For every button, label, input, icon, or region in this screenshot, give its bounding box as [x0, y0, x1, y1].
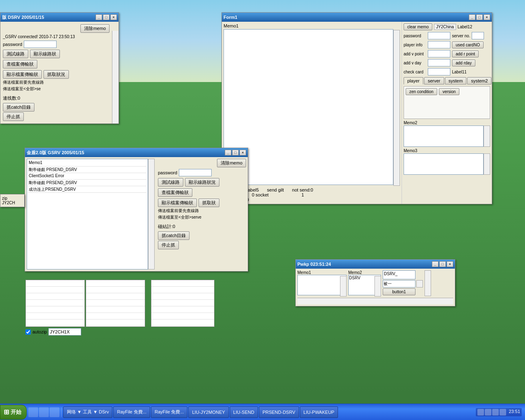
win2-version-btn[interactable]: version — [439, 88, 459, 95]
win1-catch-log-btn[interactable]: 抓catch目錄 — [3, 103, 34, 112]
win2-memo1[interactable] — [224, 29, 393, 185]
win2-close[interactable]: × — [484, 14, 490, 20]
win4-bottom-scrollbar[interactable] — [297, 298, 453, 304]
list-item — [86, 293, 145, 300]
win2-add-v-day-input[interactable] — [428, 59, 450, 66]
win2-used-cardno-btn[interactable]: used cardNO — [452, 41, 484, 48]
win2-memo2[interactable] — [404, 126, 484, 147]
win3-log-scrollbar[interactable] — [148, 159, 155, 269]
win2-player-tab[interactable]: player — [404, 77, 423, 84]
win2-system-tab[interactable]: system — [445, 77, 467, 84]
win3-clear-memo-btn[interactable]: 清除memo — [217, 159, 246, 167]
win2-check-card-input[interactable] — [428, 68, 450, 75]
win4-restore[interactable]: □ — [439, 261, 446, 267]
autozip-value[interactable] — [48, 328, 81, 336]
win2-label11: Label11 — [452, 70, 467, 74]
win3-catch-log-btn[interactable]: 抓catch目錄 — [158, 231, 189, 240]
win1-check-file-btn[interactable]: 查檔案傳輸狀 — [3, 60, 37, 68]
win4-titlebar[interactable]: Pwkp 023:51:24 _ □ × — [296, 260, 455, 269]
win3-show-transfer-btn[interactable]: 顯示檔案傳輸狀 — [158, 199, 197, 207]
win4-subtitle-text: 被一 — [383, 281, 392, 286]
win3-maximize[interactable]: □ — [232, 150, 239, 155]
win3-show-line-btn[interactable]: 顯示線路狀況 — [185, 178, 219, 187]
win3-password-input[interactable] — [179, 169, 212, 176]
win2-add-rday-btn[interactable]: add rday — [452, 59, 475, 66]
win2-add-v-day-label: add v day — [404, 61, 426, 65]
win1-clear-memo-btn[interactable]: 清除memo — [80, 24, 110, 33]
taskbar-item-2[interactable]: RayFile 免費... — [151, 406, 188, 418]
win2-clear-memo-btn[interactable]: clear memo — [404, 23, 432, 30]
win4-content: Memo1 Memo2 DSRV DSRV_ 被一 — [296, 269, 455, 298]
win1-password-input[interactable] — [24, 41, 57, 48]
win2-add-v-point-input[interactable] — [428, 50, 450, 57]
win2-title: Form1 — [224, 15, 469, 20]
list-item — [151, 313, 214, 320]
list-item — [26, 300, 84, 306]
win2-add-r-point-btn[interactable]: add r point — [452, 50, 479, 57]
win1-show-transfer-btn[interactable]: 顯示檔案傳輸狀 — [3, 70, 42, 79]
taskbar-item-5[interactable]: PRSEND-DSRV — [259, 406, 299, 418]
taskbar-item-4[interactable]: LIU-SEND — [230, 406, 258, 418]
win1-close[interactable]: × — [110, 14, 117, 20]
win3-get-status-btn[interactable]: 抓取狀 — [199, 199, 219, 207]
win2-row5: add v day add rday — [404, 59, 490, 66]
start-button[interactable]: ⊞ 开始 — [0, 405, 27, 420]
desktop: 版 DSRV 2005/01/15 _ □ × 清除memo _GSRV con… — [0, 0, 525, 394]
win2-memo1-scrollbar[interactable] — [393, 30, 400, 186]
list-panel-2 — [86, 280, 145, 327]
win2-row1: clear memo JY2China Label12 — [404, 23, 490, 30]
win4-button1[interactable]: button1 — [383, 288, 415, 295]
taskbar-item-0[interactable]: 网络 ▼ 工具 ▼ DSrv — [63, 406, 112, 418]
win2-memo3-scrollbar[interactable] — [484, 153, 490, 175]
win1-maximize[interactable]: □ — [103, 14, 110, 20]
win1-minimize[interactable]: _ — [96, 14, 102, 20]
quick-launch-icon1[interactable] — [28, 407, 38, 417]
win2-row4: add v point add r point — [404, 50, 490, 57]
list-item — [26, 287, 84, 293]
win1-scrollbar[interactable] — [112, 31, 119, 123]
taskbar-item-1[interactable]: RayFile 免費... — [113, 406, 150, 418]
win4-main-scrollbar[interactable] — [425, 270, 431, 296]
win2-server-no-input[interactable] — [472, 32, 484, 39]
win2-jy2china: JY2China — [434, 24, 456, 30]
quick-launch-icon2[interactable] — [39, 407, 49, 417]
taskbar-item-6[interactable]: LIU-PWAKEUP — [300, 406, 338, 418]
taskbar-item-3[interactable]: LIU-JY2MONEY — [188, 406, 228, 418]
win4-minimize[interactable]: _ — [432, 261, 438, 267]
win1-titlebar[interactable]: 版 DSRV 2005/01/15 _ □ × — [0, 13, 119, 22]
taskbar-time: 23:51 — [509, 409, 520, 415]
win1-connection-count: 連线数:0 — [3, 95, 110, 101]
win3-titlebar[interactable]: 金盾2.0版 GSRV 2005/01/15 _ □ × — [25, 148, 248, 157]
win2-titlebar[interactable]: Form1 _ □ × — [222, 13, 492, 22]
win2-player-info-input[interactable] — [428, 41, 450, 48]
taskbar-tray: 23:51 — [472, 408, 525, 416]
win1-show-line-btn[interactable]: 顯示線路狀 — [30, 50, 60, 58]
win2-memo3[interactable] — [404, 153, 484, 175]
win4-dsrv-field: DSRV_ — [383, 270, 415, 279]
autozip-checkbox[interactable] — [25, 329, 31, 335]
win3-minimize[interactable]: _ — [225, 150, 231, 155]
win2-zen-condition-btn[interactable]: zen condition — [406, 88, 437, 95]
win3-log[interactable]: Memo1 剛帝碰覰 PRSEND_DSRV ClientSocket1 Err… — [27, 159, 148, 269]
win2-password-input[interactable] — [428, 32, 450, 39]
win1-test-line-btn[interactable]: 測試線路 — [3, 50, 28, 58]
win1-send-before: 傳送檔案前要先查線路 — [3, 80, 110, 85]
win3-stop-catch-btn[interactable]: 停止抓 — [158, 241, 179, 249]
win3-close[interactable]: × — [240, 150, 246, 155]
win1-get-status-btn[interactable]: 抓取狀況 — [43, 70, 69, 79]
win1-stop-catch-btn[interactable]: 停止抓 — [3, 112, 24, 121]
quick-launch-icon3[interactable] — [50, 407, 59, 417]
win2-minimize[interactable]: _ — [469, 14, 475, 20]
win4-memo1-scrollbar[interactable] — [340, 276, 347, 297]
win4-scroll-right[interactable] — [416, 280, 423, 288]
win2-tabs: player server system system2 — [404, 77, 490, 84]
win2-memo2-scrollbar[interactable] — [484, 126, 490, 147]
win4-close[interactable]: × — [447, 261, 453, 267]
win2-server-tab[interactable]: server — [424, 77, 444, 84]
win3-check-file-btn[interactable]: 查檔案傳輸狀 — [158, 188, 192, 197]
win2-system2-tab[interactable]: system2 — [467, 77, 491, 84]
win2-maximize[interactable]: □ — [476, 14, 483, 20]
win4-memo2-scrollbar[interactable] — [374, 276, 381, 297]
win4-memo1[interactable] — [297, 275, 347, 295]
win3-test-line-btn[interactable]: 測試線路 — [158, 178, 183, 187]
